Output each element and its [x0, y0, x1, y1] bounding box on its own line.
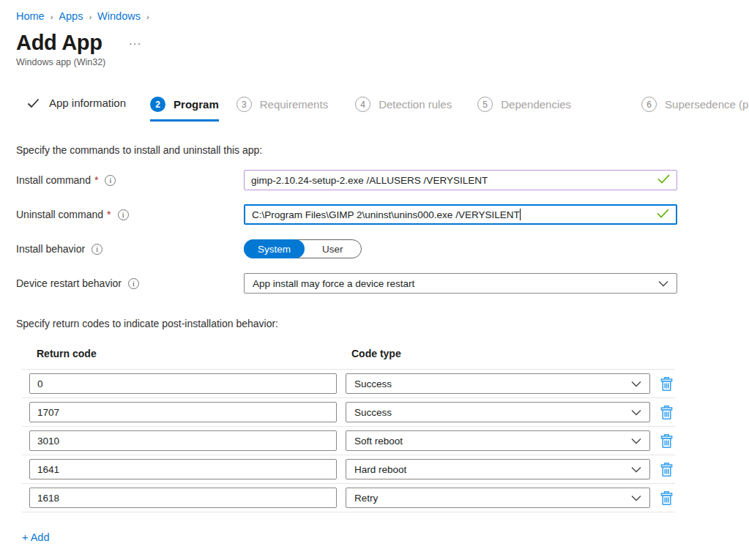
commands-intro-text: Specify the commands to install and unin… — [16, 144, 749, 156]
step-label: Requirements — [260, 98, 328, 111]
return-code-input[interactable] — [29, 373, 337, 394]
more-actions-button[interactable]: ··· — [129, 37, 142, 49]
return-code-row: Soft reboot — [22, 427, 675, 455]
required-asterisk: * — [107, 209, 111, 220]
return-codes-header: Return code Code type — [22, 348, 675, 370]
install-behavior-label: Install behavior i — [16, 243, 244, 255]
info-icon[interactable]: i — [128, 278, 139, 289]
install-command-value: gimp-2.10.24-setup-2.exe /ALLUSERS /VERY… — [251, 175, 488, 186]
return-code-row: Success — [22, 398, 675, 427]
step-number-badge: 2 — [150, 97, 165, 112]
uninstall-command-label: Uninstall command * i — [16, 209, 244, 220]
device-restart-behavior-label: Device restart behavior i — [16, 277, 244, 289]
trash-icon — [660, 462, 674, 477]
step-program[interactable]: 2 Program — [150, 97, 219, 122]
return-code-row: Retry — [22, 484, 675, 512]
info-icon[interactable]: i — [118, 209, 129, 220]
text-cursor — [520, 209, 521, 220]
return-code-input[interactable] — [29, 430, 337, 451]
column-header-code-type: Code type — [351, 348, 401, 359]
uninstall-command-value: C:\Program Files\GIMP 2\uninst\unins000.… — [252, 209, 520, 220]
step-label: Detection rules — [379, 98, 452, 111]
delete-row-button[interactable] — [660, 376, 674, 392]
code-type-value: Hard reboot — [354, 464, 406, 475]
chevron-down-icon — [631, 378, 641, 389]
step-label: Dependencies — [501, 98, 571, 111]
code-type-value: Soft reboot — [354, 436, 403, 447]
breadcrumb-separator: › — [89, 12, 92, 21]
breadcrumb-separator: › — [146, 12, 149, 21]
trash-icon — [660, 376, 674, 392]
step-number-badge: 5 — [477, 97, 493, 112]
install-behavior-option-system[interactable]: System — [244, 239, 305, 258]
install-behavior-toggle: System User — [244, 239, 362, 258]
device-restart-behavior-select[interactable]: App install may force a device restart — [244, 273, 677, 294]
return-code-input[interactable] — [29, 488, 337, 508]
breadcrumb-home[interactable]: Home — [16, 10, 45, 22]
step-detection-rules[interactable]: 4 Detection rules — [355, 97, 452, 122]
breadcrumb: Home › Apps › Windows › — [16, 10, 749, 22]
required-asterisk: * — [94, 174, 98, 186]
breadcrumb-apps[interactable]: Apps — [59, 10, 83, 22]
step-label: Supersedence (pr — [665, 98, 749, 111]
step-number-badge: 6 — [641, 97, 657, 112]
step-supersedence[interactable]: 6 Supersedence (pr — [641, 97, 749, 122]
step-number-badge: 4 — [355, 97, 370, 112]
column-header-return-code: Return code — [37, 348, 351, 359]
valid-check-icon — [657, 174, 670, 186]
trash-icon — [660, 490, 674, 506]
step-dependencies[interactable]: 5 Dependencies — [477, 97, 571, 122]
code-type-select[interactable]: Success — [346, 373, 650, 394]
return-code-input[interactable] — [29, 459, 337, 479]
info-icon[interactable]: i — [92, 244, 103, 255]
chevron-down-icon — [658, 278, 668, 289]
breadcrumb-separator: › — [51, 12, 53, 21]
chevron-down-icon — [631, 464, 641, 475]
return-codes-table: Return code Code type Success Success — [22, 348, 675, 512]
install-command-label: Install command * i — [16, 174, 244, 186]
page-title: Add App — [16, 31, 103, 55]
trash-icon — [660, 433, 674, 449]
code-type-select[interactable]: Retry — [346, 488, 650, 508]
return-codes-intro-text: Specify return codes to indicate post-in… — [16, 318, 749, 329]
step-number-badge: 3 — [236, 97, 252, 112]
wizard-step-bar: App information 2 Program 3 Requirements… — [27, 97, 749, 122]
step-app-information[interactable]: App information — [27, 97, 126, 119]
breadcrumb-windows[interactable]: Windows — [97, 10, 141, 22]
chevron-down-icon — [631, 493, 641, 504]
add-app-page: Home › Apps › Windows › Add App ··· Wind… — [0, 0, 749, 543]
return-code-row: Success — [22, 370, 675, 398]
install-command-input[interactable]: gimp-2.10.24-setup-2.exe /ALLUSERS /VERY… — [244, 170, 677, 190]
return-code-input[interactable] — [29, 402, 337, 422]
install-behavior-option-user[interactable]: User — [305, 244, 361, 255]
code-type-value: Success — [354, 407, 392, 418]
delete-row-button[interactable] — [660, 433, 674, 449]
delete-row-button[interactable] — [660, 405, 674, 420]
add-return-code-link[interactable]: + Add — [22, 531, 50, 543]
page-subtitle: Windows app (Win32) — [16, 57, 749, 67]
uninstall-command-input[interactable]: C:\Program Files\GIMP 2\uninst\unins000.… — [244, 204, 677, 225]
code-type-select[interactable]: Success — [346, 402, 650, 422]
step-label: App information — [49, 97, 126, 109]
chevron-down-icon — [631, 407, 641, 418]
trash-icon — [660, 405, 674, 420]
step-complete-check-icon — [27, 98, 40, 108]
valid-check-icon — [657, 209, 669, 220]
step-requirements[interactable]: 3 Requirements — [236, 97, 328, 122]
code-type-value: Retry — [354, 493, 378, 504]
active-step-underline — [150, 119, 219, 122]
code-type-select[interactable]: Hard reboot — [346, 459, 650, 479]
code-type-value: Success — [354, 378, 392, 389]
info-icon[interactable]: i — [105, 175, 116, 186]
chevron-down-icon — [631, 436, 641, 447]
return-code-row: Hard reboot — [22, 455, 675, 484]
delete-row-button[interactable] — [660, 490, 674, 506]
code-type-select[interactable]: Soft reboot — [346, 430, 650, 451]
step-label: Program — [174, 98, 219, 111]
delete-row-button[interactable] — [660, 462, 674, 477]
device-restart-behavior-value: App install may force a device restart — [253, 278, 414, 289]
